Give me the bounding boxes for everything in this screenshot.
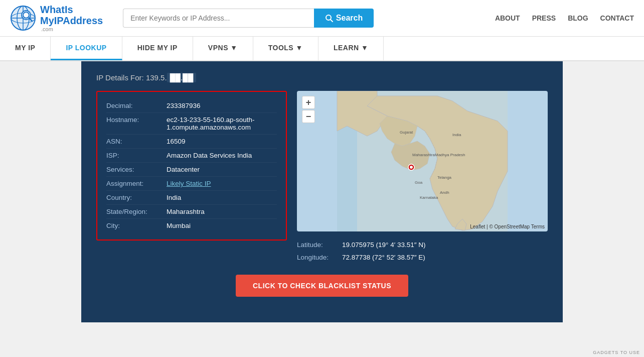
svg-text:Telanga: Telanga <box>437 175 452 180</box>
coord-row: Latitude:19.075975 (19° 4′ 33.51″ N) <box>297 239 548 251</box>
svg-text:Madhya Pradesh: Madhya Pradesh <box>435 153 465 157</box>
detail-row: Assignment:Likely Static IP <box>106 177 277 191</box>
coord-row: Longitude:72.87738 (72° 52′ 38.57″ E) <box>297 251 548 264</box>
details-table: Decimal:233387936Hostname:ec2-13-233-55-… <box>96 91 287 241</box>
svg-text:Karnataka: Karnataka <box>420 195 438 200</box>
coord-label: Latitude: <box>297 241 337 249</box>
coord-value: 19.075975 (19° 4′ 33.51″ N) <box>342 241 426 249</box>
svg-text:India: India <box>452 133 461 137</box>
blacklist-check-button[interactable]: CLICK TO CHECK BLACKLIST STATUS <box>236 275 408 297</box>
detail-label: State/Region: <box>106 208 162 215</box>
detail-label: ISP: <box>106 152 162 159</box>
nav-ip-lookup[interactable]: IP LOOKUP <box>51 37 122 60</box>
nav-press[interactable]: PRESS <box>532 14 556 22</box>
detail-value: ec2-13-233-55-160.ap-south-1.compute.ama… <box>167 116 277 131</box>
nav-blog[interactable]: BLOG <box>568 14 588 22</box>
nav-hide-my-ip[interactable]: HIDE MY IP <box>122 37 193 60</box>
svg-text:Andh: Andh <box>440 190 449 195</box>
detail-label: ASN: <box>106 138 162 145</box>
map-attribution: Leaflet | © OpenStreetMap Terms <box>470 224 545 229</box>
detail-row: Decimal:233387936 <box>106 99 277 113</box>
search-button-label: Search <box>336 14 363 23</box>
logo-dotcom: .com <box>41 26 103 32</box>
nav-tools[interactable]: TOOLS ▼ <box>253 37 318 60</box>
logo-area: WhatIsMyIPAddress .com <box>10 4 103 32</box>
map-zoom-in[interactable]: + <box>302 96 315 109</box>
detail-value: Mumbai <box>167 222 277 229</box>
blacklist-btn-row: CLICK TO CHECK BLACKLIST STATUS <box>96 275 548 297</box>
detail-row: State/Region:Maharashtra <box>106 205 277 219</box>
coord-label: Longitude: <box>297 254 337 261</box>
logo-text-block: WhatIsMyIPAddress .com <box>40 4 103 32</box>
detail-value: India <box>167 194 277 201</box>
svg-text:Goa: Goa <box>415 180 423 185</box>
detail-label: Decimal: <box>106 102 162 109</box>
map-attribution-text: Leaflet | © OpenStreetMap Terms <box>470 224 545 229</box>
logo-whatismyipaddress: WhatIsMyIPAddress <box>40 4 103 26</box>
detail-label: Country: <box>106 194 162 201</box>
detail-row: Services:Datacenter <box>106 163 277 177</box>
detail-value: Maharashtra <box>167 208 277 215</box>
svg-point-21 <box>410 166 413 169</box>
map-controls: + − <box>302 96 315 123</box>
nav-about[interactable]: ABOUT <box>495 14 520 22</box>
detail-value: Datacenter <box>167 166 277 173</box>
detail-row: ISP:Amazon Data Services India <box>106 149 277 163</box>
detail-label: Hostname: <box>106 116 162 124</box>
navbar: MY IP IP LOOKUP HIDE MY IP VPNS ▼ TOOLS … <box>0 37 644 61</box>
detail-value: 233387936 <box>167 102 277 109</box>
map-container: Gujarat Maharashtra Madhya Pradesh India… <box>297 91 548 231</box>
search-area: Search <box>123 9 374 28</box>
detail-row: Country:India <box>106 191 277 205</box>
detail-value: 16509 <box>167 138 277 145</box>
header-nav: ABOUT PRESS BLOG CONTACT <box>495 14 634 22</box>
search-button[interactable]: Search <box>314 9 374 28</box>
main-content: IP Details For: 139.5.██.██ Decimal:2333… <box>81 61 563 322</box>
detail-row: Hostname:ec2-13-233-55-160.ap-south-1.co… <box>106 113 277 135</box>
header: WhatIsMyIPAddress .com Search ABOUT PRES… <box>0 0 644 37</box>
content-row: Decimal:233387936Hostname:ec2-13-233-55-… <box>96 91 548 264</box>
search-icon <box>325 14 333 22</box>
detail-row: City:Mumbai <box>106 219 277 232</box>
detail-value: Amazon Data Services India <box>167 152 277 159</box>
map-svg: Gujarat Maharashtra Madhya Pradesh India… <box>297 91 548 231</box>
detail-value[interactable]: Likely Static IP <box>167 180 277 187</box>
map-and-coords: Gujarat Maharashtra Madhya Pradesh India… <box>297 91 548 264</box>
nav-my-ip[interactable]: MY IP <box>0 37 51 60</box>
coords-section: Latitude:19.075975 (19° 4′ 33.51″ N)Long… <box>297 239 548 264</box>
nav-vpns[interactable]: VPNS ▼ <box>193 37 253 60</box>
ip-redacted: ██.██ <box>167 73 197 82</box>
svg-line-10 <box>331 20 333 22</box>
detail-row: ASN:16509 <box>106 135 277 149</box>
map-zoom-out[interactable]: − <box>302 110 315 123</box>
nav-contact[interactable]: CONTACT <box>600 14 634 22</box>
detail-label: Assignment: <box>106 180 162 187</box>
search-input[interactable] <box>123 9 314 28</box>
nav-learn[interactable]: LEARN ▼ <box>318 37 384 60</box>
coord-value: 72.87738 (72° 52′ 38.57″ E) <box>342 254 425 261</box>
detail-label: City: <box>106 222 162 229</box>
logo-globe-icon <box>10 5 36 31</box>
svg-text:Gujarat: Gujarat <box>400 130 413 135</box>
ip-details-header: IP Details For: 139.5.██.██ <box>96 71 548 82</box>
svg-text:Maharashtra: Maharashtra <box>412 153 435 157</box>
detail-label: Services: <box>106 166 162 173</box>
